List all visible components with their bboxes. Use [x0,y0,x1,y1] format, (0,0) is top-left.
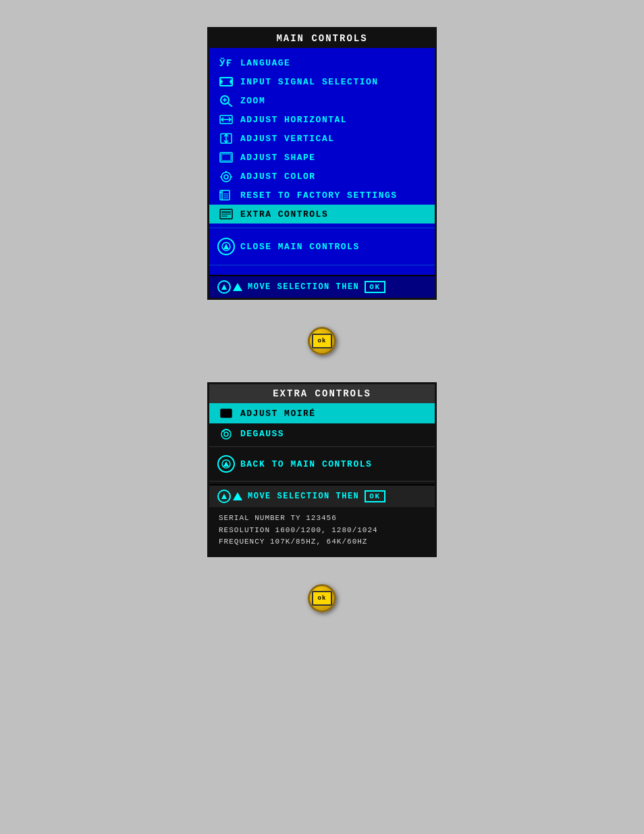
main-divider-1 [209,228,435,228]
extra-controls-footer: MOVE SELECTION THEN OK [209,484,435,507]
extra-nav-triangle-icon [233,492,242,500]
svg-marker-30 [223,244,229,249]
menu-label-reset-factory: RESET TO FACTORY SETTINGS [240,190,398,201]
svg-marker-37 [223,461,229,467]
ok-button-1[interactable]: ok [308,327,336,355]
extra-nav-circle-icon [217,490,231,503]
extra-controls-icon [217,207,235,221]
main-controls-panel: MAIN CONTROLS ЎҒ LANGUAGE INPUT SIGNAL S… [207,27,437,300]
serial-number: SERIAL NUMBER TY 123456 [219,513,425,525]
footer-label: MOVE SELECTION THEN [248,282,359,292]
menu-item-zoom[interactable]: ZOOM [209,91,435,110]
menu-item-reset-factory[interactable]: RESET TO FACTORY SETTINGS [209,186,435,205]
svg-rect-19 [220,190,230,200]
adjust-horizontal-icon [217,113,235,126]
adjust-color-icon [217,170,235,183]
extra-divider-1 [209,446,435,447]
menu-label-adjust-color: ADJUST COLOR [240,172,316,182]
adjust-moire-icon [217,407,235,420]
info-section: SERIAL NUMBER TY 123456 RESOLUTION 1600/… [209,507,435,555]
svg-point-14 [224,175,228,179]
extra-controls-panel: EXTRA CONTROLS ADJUST MOIRÉ [207,382,437,557]
nav-icons [217,280,242,294]
main-divider-2 [209,265,435,265]
ok-button-inner-1: ok [312,334,332,348]
reset-factory-icon [217,188,235,202]
menu-item-adjust-horizontal[interactable]: ADJUST HORIZONTAL [209,110,435,129]
extra-nav-icons [217,490,242,503]
svg-marker-38 [221,494,227,499]
menu-label-language: LANGUAGE [240,58,290,68]
menu-label-extra-controls: EXTRA CONTROLS [240,209,328,219]
extra-label-adjust-moire: ADJUST MOIRÉ [240,409,316,419]
menu-item-adjust-vertical[interactable]: ADJUST VERTICAL [209,129,435,148]
svg-rect-12 [221,154,231,161]
menu-item-adjust-shape[interactable]: ADJUST SHAPE [209,148,435,167]
adjust-shape-icon [217,151,235,164]
menu-item-input-signal[interactable]: INPUT SIGNAL SELECTION [209,72,435,91]
extra-controls-body: ADJUST MOIRÉ DEGAUSS [209,403,435,481]
degauss-icon [217,427,235,440]
close-icon [217,238,235,255]
main-controls-body: ЎҒ LANGUAGE INPUT SIGNAL SELECTION [209,48,435,275]
menu-label-adjust-shape: ADJUST SHAPE [240,153,316,163]
menu-label-adjust-horizontal: ADJUST HORIZONTAL [240,115,347,125]
svg-point-35 [224,432,228,436]
language-icon: ЎҒ [217,56,235,70]
menu-label-input-signal: INPUT SIGNAL SELECTION [240,77,379,87]
menu-label-zoom: ZOOM [240,96,265,106]
back-icon [217,455,235,473]
extra-label-degauss: DEGAUSS [240,429,284,439]
input-signal-icon [217,75,235,88]
extra-ok-box-icon: OK [365,490,385,502]
menu-label-adjust-vertical: ADJUST VERTICAL [240,134,335,144]
menu-item-adjust-color[interactable]: ADJUST COLOR [209,167,435,186]
svg-line-4 [228,103,232,107]
menu-item-language[interactable]: ЎҒ LANGUAGE [209,53,435,72]
ok-button-2[interactable]: ok [308,584,336,613]
extra-item-degauss[interactable]: DEGAUSS [209,423,435,444]
menu-item-extra-controls[interactable]: EXTRA CONTROLS [209,205,435,224]
main-controls-title: MAIN CONTROLS [209,29,435,48]
frequency-info: FREQUENCY 107K/85HZ, 64K/60HZ [219,536,425,548]
ok-box-icon: OK [365,281,385,293]
extra-footer-label: MOVE SELECTION THEN [248,492,359,501]
extra-item-adjust-moire[interactable]: ADJUST MOIRÉ [209,403,435,423]
nav-circle-icon [217,280,231,294]
back-to-main-controls[interactable]: BACK TO MAIN CONTROLS [209,450,435,478]
svg-point-13 [221,172,231,182]
adjust-vertical-icon [217,132,235,145]
zoom-icon [217,94,235,107]
svg-marker-31 [221,284,227,290]
back-to-main-label: BACK TO MAIN CONTROLS [240,459,372,469]
resolution-info: RESOLUTION 1600/1200, 1280/1024 [219,525,425,537]
extra-divider-2 [209,481,435,481]
svg-rect-32 [221,409,232,417]
extra-controls-title: EXTRA CONTROLS [209,384,435,403]
close-main-label: CLOSE MAIN CONTROLS [240,242,360,252]
nav-triangle-icon [233,283,242,291]
main-controls-footer: MOVE SELECTION THEN OK [209,275,435,298]
ok-button-inner-2: ok [312,591,332,606]
close-main-controls[interactable]: CLOSE MAIN CONTROLS [209,232,435,261]
